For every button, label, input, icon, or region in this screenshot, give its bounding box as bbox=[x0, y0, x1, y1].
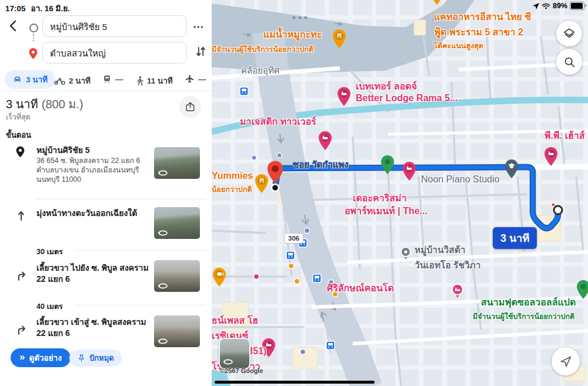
poi-label-pp-house[interactable]: พี.พี. เฮ้าส์ bbox=[544, 128, 584, 143]
my-location-button[interactable] bbox=[552, 347, 580, 375]
hotel-pin-pp-house[interactable] bbox=[544, 147, 557, 166]
restaurant-pin-yummies[interactable] bbox=[255, 174, 268, 193]
step-4-streetview-thumbnail[interactable] bbox=[154, 315, 200, 347]
status-bar-left: 17:05อา. 16 มิ.ย. bbox=[5, 2, 70, 15]
poi-label-mookata[interactable]: แม่น้ำหมูกะทะ bbox=[263, 27, 322, 42]
streetview-360-icon bbox=[157, 282, 169, 290]
step-1-title[interactable]: หมู่บ้านศิริชัย 5 bbox=[36, 145, 149, 156]
step-1-streetview-thumbnail[interactable] bbox=[154, 147, 200, 179]
search-icon bbox=[563, 56, 576, 68]
road-shield-306: 306 bbox=[285, 234, 303, 243]
poi-label-noon-piano[interactable]: Noon Piano Studio bbox=[421, 174, 499, 185]
origin-marker[interactable] bbox=[554, 206, 562, 214]
destination-input[interactable]: ตำบลสวนใหญ่ bbox=[42, 42, 187, 64]
divider bbox=[36, 199, 206, 199]
poi-label-better-lodge-en[interactable]: Better Lodge Rama 5... bbox=[356, 93, 457, 104]
preview-button[interactable]: ดูตัวอย่าง bbox=[11, 348, 71, 367]
mini-red-dot bbox=[552, 203, 555, 207]
divider bbox=[75, 305, 206, 305]
origin-dot-icon bbox=[29, 24, 38, 32]
distance-separator: 40 เมตร bbox=[36, 301, 63, 312]
poi-label-cat-isan-2[interactable]: ฟู้ด พระราม 5 สาขา 2 bbox=[434, 25, 523, 39]
directions-panel: 17:05อา. 16 มิ.ย. หมู่บ้านศิริชัย 5 ตำบล… bbox=[0, 0, 212, 386]
layers-icon bbox=[563, 27, 576, 40]
poi-label-yummies[interactable]: Yummies bbox=[212, 171, 253, 181]
flight-icon bbox=[185, 74, 195, 84]
battery-icon bbox=[570, 2, 584, 10]
route-road-label: ซอย วัดกำแพง bbox=[293, 158, 349, 172]
navigation-arrow-icon bbox=[559, 355, 572, 368]
step-2-streetview-thumbnail[interactable] bbox=[154, 207, 200, 239]
route-anchor-dot bbox=[272, 184, 279, 191]
hotel-pin-charisma[interactable] bbox=[403, 162, 416, 181]
tab-transit[interactable]: — bbox=[98, 71, 128, 87]
poi-status-top-rated: ได้คะแนนสูงสุด bbox=[434, 40, 483, 52]
poi-label-better-lodge-th[interactable]: เบทเทอร์ ลอดจ์ bbox=[356, 79, 417, 94]
location-services-icon bbox=[533, 3, 539, 9]
motorcycle-icon bbox=[54, 76, 65, 85]
poi-status-yummies: น้อยกว่าปกติ bbox=[212, 184, 252, 195]
poi-label-vista-2[interactable]: วันเอทโอ รัชวิภา bbox=[415, 258, 481, 272]
step-1-detail: 36 654 ซ. พิบูลสงคราม 22 แยก 6 ตำบลบางเข… bbox=[36, 156, 151, 185]
layers-button[interactable] bbox=[556, 21, 582, 46]
step-straight-icon bbox=[16, 209, 26, 224]
village-pin[interactable] bbox=[401, 247, 410, 259]
hotel-pin-better-lodge[interactable] bbox=[338, 87, 350, 106]
step-4-title[interactable]: เลี้ยวขวา เข้าสู่ ซ. พิบูลสงคราม 22 แยก … bbox=[36, 317, 149, 339]
poi-label-place-ho-1[interactable]: ธน์เพลส โฮ bbox=[212, 313, 258, 328]
destination-pin-icon bbox=[29, 48, 38, 62]
origin-input[interactable]: หมู่บ้านศิริชัย 5 bbox=[42, 15, 187, 37]
poi-status-less-busy: มีจำนวนผู้ใช้บริการน้อยกว่าปกติ bbox=[212, 44, 313, 55]
streetview-360-icon bbox=[157, 229, 169, 237]
step-3-title[interactable]: เลี้ยวขวา ไปยัง ซ. พิบูล สงคราม 22 แยก 6 bbox=[36, 262, 149, 285]
school-pin[interactable] bbox=[505, 159, 518, 178]
tab-flight-label: — bbox=[198, 75, 206, 84]
step-turn-right-icon bbox=[16, 269, 28, 284]
map-search-button[interactable] bbox=[556, 49, 582, 75]
transit-icon bbox=[102, 74, 112, 84]
tab-motorcycle[interactable]: 2 นาที bbox=[49, 71, 95, 90]
google-maps-screen: 17:05อา. 16 มิ.ย. หมู่บ้านศิริชัย 5 ตำบล… bbox=[0, 0, 588, 386]
streetview-preview[interactable] bbox=[219, 338, 250, 370]
cafe-pin[interactable] bbox=[213, 268, 226, 287]
back-chevron-icon bbox=[6, 19, 21, 33]
walk-icon bbox=[136, 76, 143, 86]
battery-percent: 89% bbox=[553, 2, 567, 10]
map[interactable]: แคทอาหารอีสาน ไทย ซี ฟู้ด พระราม 5 สาขา … bbox=[212, 0, 588, 386]
pin-route-label: ปักหมุด bbox=[89, 352, 114, 364]
tab-flight[interactable]: — bbox=[180, 71, 211, 87]
poi-label-majestic-tower[interactable]: มาเจสติก ทาวเวอร์ bbox=[240, 114, 316, 129]
route-duration-badge[interactable]: 3 นาที bbox=[493, 227, 537, 249]
tab-walk-label: 11 นาที bbox=[147, 74, 173, 87]
poi-label-cat-isan-1[interactable]: แคทอาหารอีสาน ไทย ซี bbox=[434, 9, 531, 24]
restaurant-pin-top[interactable] bbox=[430, 0, 443, 5]
waypoint-dots bbox=[33, 34, 34, 41]
hotel-pin-majestic[interactable] bbox=[319, 131, 332, 150]
more-options-button[interactable]: ⋯ bbox=[191, 19, 207, 34]
poi-label-futsal[interactable]: สนามฟุตซอลวอลล์แปด bbox=[481, 295, 576, 310]
step-turn-right-icon bbox=[16, 324, 28, 338]
streetview-360-icon bbox=[222, 358, 234, 365]
travel-mode-tabs: 3 นาที 2 นาที — 11 นาที — bbox=[0, 68, 212, 91]
condo-circle-pin[interactable] bbox=[452, 284, 463, 298]
route-duration: 3 นาที bbox=[6, 98, 38, 111]
tab-walk[interactable]: 11 นาที bbox=[132, 71, 178, 90]
poi-status-futsal: มีจำนวนผู้ใช้บริการน้อยกว่าปกติ bbox=[473, 311, 574, 322]
poi-label-vista-1[interactable]: หมู่บ้านวิสต้า bbox=[415, 242, 466, 257]
share-icon bbox=[185, 101, 196, 113]
tab-transit-label: — bbox=[115, 75, 123, 84]
share-button[interactable] bbox=[179, 96, 201, 118]
poi-label-sirilak-condo[interactable]: ศิริลักษณ์คอนโด bbox=[327, 281, 394, 295]
divider bbox=[75, 250, 206, 251]
pin-route-button[interactable]: ปักหมุด bbox=[69, 350, 122, 367]
poi-label-charisma-2[interactable]: อพาร์ทเมนท์ | The... bbox=[345, 204, 427, 218]
step-place-icon bbox=[16, 146, 25, 160]
back-button[interactable] bbox=[5, 18, 22, 35]
route-note: เร็วที่สุด bbox=[6, 111, 31, 123]
swap-waypoints-button[interactable] bbox=[193, 45, 208, 60]
step-3-streetview-thumbnail[interactable] bbox=[154, 260, 200, 292]
step-2-title[interactable]: มุ่งหน้าทางตะวันออกเฉียงใต้ bbox=[36, 208, 149, 219]
tab-drive[interactable]: 3 นาที bbox=[5, 70, 55, 89]
steps-heading: ขั้นตอน bbox=[6, 129, 31, 141]
home-indicator[interactable] bbox=[215, 381, 375, 384]
